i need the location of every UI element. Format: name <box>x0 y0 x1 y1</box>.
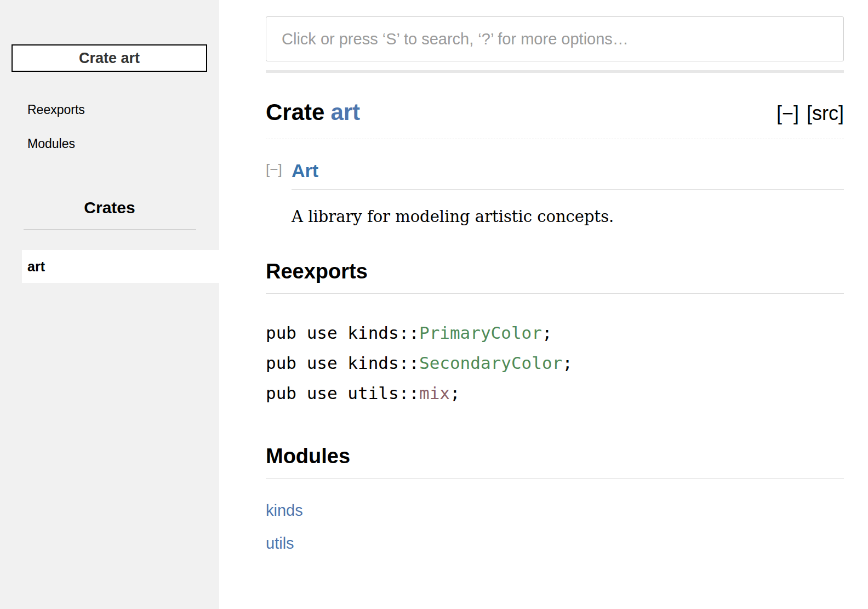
section-collapse-toggle[interactable]: [−] <box>266 161 282 178</box>
search-input[interactable] <box>266 16 844 61</box>
reexport-link-mix[interactable]: mix <box>419 383 450 403</box>
crate-doc-section: [−] Art A library for modeling artistic … <box>266 160 844 226</box>
reexport-item: pub use kinds::PrimaryColor; <box>266 318 844 348</box>
reexports-list: pub use kinds::PrimaryColor; pub use kin… <box>266 318 844 408</box>
reexport-prefix: pub use kinds:: <box>266 323 419 343</box>
sidebar-item-modules[interactable]: Modules <box>27 136 219 151</box>
crate-description: A library for modeling artistic concepts… <box>292 207 844 226</box>
modules-heading: Modules <box>266 445 844 479</box>
sidebar: Crate art Reexports Modules Crates art <box>0 0 219 609</box>
page-title-crate-link[interactable]: art <box>330 99 360 125</box>
crate-doc-rule <box>292 189 844 190</box>
reexport-suffix: ; <box>450 383 460 403</box>
crate-doc-title-link[interactable]: Art <box>292 160 318 181</box>
reexport-prefix: pub use kinds:: <box>266 353 419 373</box>
sidebar-crate-title[interactable]: Crate art <box>12 44 207 72</box>
module-link-utils[interactable]: utils <box>266 534 844 553</box>
crate-doc-body: Art A library for modeling artistic conc… <box>292 160 844 226</box>
page-title: Crateart [−][src] <box>266 99 844 139</box>
page-title-inband: Crateart <box>266 99 360 126</box>
reexports-heading: Reexports <box>266 260 844 294</box>
reexport-link-primarycolor[interactable]: PrimaryColor <box>419 323 542 343</box>
collapse-all-toggle[interactable]: [−] <box>776 102 799 124</box>
crate-list: art <box>0 250 219 283</box>
src-link[interactable]: [src] <box>807 102 844 124</box>
crates-divider <box>24 229 196 230</box>
reexport-item: pub use utils::mix; <box>266 378 844 408</box>
crates-heading: Crates <box>0 198 219 217</box>
reexport-suffix: ; <box>542 323 552 343</box>
reexport-suffix: ; <box>562 353 573 373</box>
reexport-link-secondarycolor[interactable]: SecondaryColor <box>419 353 562 373</box>
page-title-outband: [−][src] <box>776 102 844 125</box>
sidebar-crate-item-art[interactable]: art <box>22 250 219 283</box>
page-title-prefix: Crate <box>266 99 324 125</box>
reexport-item: pub use kinds::SecondaryColor; <box>266 348 844 378</box>
search-sub-divider <box>266 70 844 73</box>
reexport-prefix: pub use utils:: <box>266 383 419 403</box>
main-content: Crateart [−][src] [−] Art A library for … <box>266 16 844 553</box>
sidebar-section-links: Reexports Modules <box>27 103 219 151</box>
modules-list: kinds utils <box>266 502 844 553</box>
sidebar-item-reexports[interactable]: Reexports <box>27 103 219 117</box>
module-link-kinds[interactable]: kinds <box>266 502 844 520</box>
